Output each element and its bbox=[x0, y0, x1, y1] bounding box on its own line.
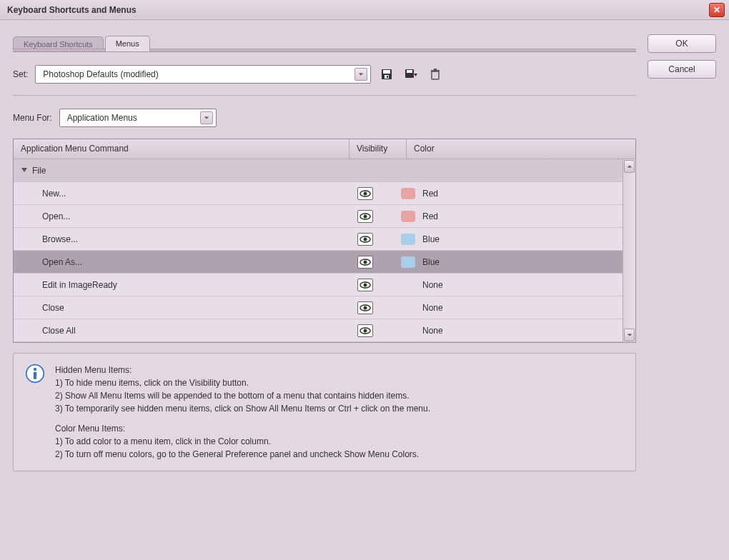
color-label: Red bbox=[422, 211, 438, 221]
scroll-track[interactable] bbox=[623, 174, 635, 328]
window-title: Keyboard Shortcuts and Menus bbox=[4, 5, 137, 15]
visibility-toggle[interactable] bbox=[357, 256, 373, 269]
cmd-cell: Open As... bbox=[14, 257, 337, 267]
color-swatch[interactable] bbox=[401, 211, 415, 222]
color-cell[interactable]: None bbox=[394, 326, 623, 336]
svg-point-22 bbox=[364, 329, 367, 332]
visibility-toggle[interactable] bbox=[357, 210, 373, 223]
caret-icon bbox=[200, 111, 213, 124]
cmd-cell: Open... bbox=[14, 211, 337, 221]
cmd-cell: Close bbox=[14, 303, 337, 313]
table-body: File New... Red Open... bbox=[14, 159, 635, 342]
table-header: Application Menu Command Visibility Colo… bbox=[14, 139, 635, 159]
close-icon: ✕ bbox=[713, 5, 720, 15]
cmd-cell: New... bbox=[14, 189, 337, 199]
table-row[interactable]: Edit in ImageReady None bbox=[14, 274, 635, 296]
visibility-toggle[interactable] bbox=[357, 324, 373, 337]
scroll-up[interactable] bbox=[624, 160, 635, 173]
set-label: Set: bbox=[13, 69, 28, 79]
group-row-file[interactable]: File bbox=[14, 159, 635, 182]
svg-rect-7 bbox=[431, 70, 440, 71]
ok-button[interactable]: OK bbox=[648, 34, 716, 53]
col-color[interactable]: Color bbox=[407, 139, 635, 159]
color-cell[interactable]: None bbox=[394, 303, 623, 313]
info-hidden-title: Hidden Menu Items: bbox=[55, 365, 132, 375]
titlebar: Keyboard Shortcuts and Menus ✕ bbox=[0, 0, 729, 20]
svg-rect-25 bbox=[34, 371, 36, 379]
group-label: File bbox=[32, 166, 46, 176]
visibility-toggle[interactable] bbox=[357, 233, 373, 246]
save-all-button[interactable] bbox=[402, 66, 420, 82]
floppy-icon bbox=[380, 68, 393, 81]
close-button[interactable]: ✕ bbox=[709, 3, 725, 17]
menu-for-value: Application Menus bbox=[67, 113, 137, 123]
color-swatch[interactable] bbox=[401, 188, 415, 199]
color-cell[interactable]: Red bbox=[394, 188, 623, 199]
info-color-2: 2) To turn off menu colors, go to the Ge… bbox=[55, 449, 419, 459]
cmd-cell: Close All bbox=[14, 326, 337, 336]
tab-menus[interactable]: Menus bbox=[105, 36, 150, 51]
info-color-1: 1) To add color to a menu item, click in… bbox=[55, 436, 271, 446]
svg-point-18 bbox=[364, 283, 367, 286]
col-command[interactable]: Application Menu Command bbox=[14, 139, 349, 159]
color-swatch[interactable] bbox=[401, 234, 415, 245]
svg-point-16 bbox=[364, 260, 367, 264]
scrollbar[interactable] bbox=[623, 159, 635, 342]
trash-icon bbox=[430, 68, 441, 81]
info-hidden-1: 1) To hide menu items, click on the Visi… bbox=[55, 378, 249, 388]
info-panel: Hidden Menu Items: 1) To hide menu items… bbox=[13, 353, 636, 471]
eye-icon bbox=[359, 304, 371, 311]
save-set-button[interactable] bbox=[378, 66, 395, 82]
eye-icon bbox=[359, 259, 371, 266]
info-hidden-3: 3) To temporarily see hidden menu items,… bbox=[55, 404, 430, 414]
color-label: Red bbox=[422, 189, 438, 199]
delete-set-button[interactable] bbox=[427, 66, 444, 82]
info-hidden-2: 2) Show All Menu Items will be appended … bbox=[55, 391, 410, 401]
svg-rect-8 bbox=[434, 69, 437, 70]
tab-row: Keyboard Shortcuts Menus bbox=[13, 34, 636, 51]
color-cell[interactable]: Blue bbox=[394, 256, 623, 268]
svg-point-10 bbox=[364, 191, 367, 195]
visibility-toggle[interactable] bbox=[357, 301, 373, 314]
svg-point-12 bbox=[364, 214, 367, 218]
eye-icon bbox=[359, 327, 371, 334]
svg-rect-6 bbox=[432, 71, 439, 79]
menu-table: Application Menu Command Visibility Colo… bbox=[13, 139, 636, 343]
color-label: Blue bbox=[422, 257, 440, 267]
divider bbox=[13, 95, 636, 96]
table-row[interactable]: Open... Red bbox=[14, 205, 635, 228]
color-swatch[interactable] bbox=[401, 256, 415, 268]
info-icon bbox=[25, 364, 45, 384]
cmd-cell: Browse... bbox=[14, 234, 337, 244]
table-row[interactable]: Open As... Blue bbox=[14, 251, 635, 274]
svg-rect-3 bbox=[387, 76, 388, 78]
set-select[interactable]: Photoshop Defaults (modified) bbox=[35, 65, 371, 84]
set-value: Photoshop Defaults (modified) bbox=[43, 69, 158, 79]
col-visibility[interactable]: Visibility bbox=[349, 139, 407, 159]
cancel-button[interactable]: Cancel bbox=[648, 60, 716, 79]
visibility-toggle[interactable] bbox=[357, 187, 373, 200]
table-row[interactable]: New... Red bbox=[14, 182, 635, 205]
color-cell[interactable]: Red bbox=[394, 211, 623, 222]
info-color-title: Color Menu Items: bbox=[55, 424, 125, 434]
color-cell[interactable]: Blue bbox=[394, 234, 623, 245]
color-label: None bbox=[422, 280, 443, 290]
visibility-toggle[interactable] bbox=[357, 279, 373, 291]
menu-for-select[interactable]: Application Menus bbox=[59, 109, 217, 127]
cmd-cell: Edit in ImageReady bbox=[14, 280, 337, 290]
color-cell[interactable]: None bbox=[394, 280, 623, 290]
eye-icon bbox=[359, 213, 371, 220]
table-row[interactable]: Close All None bbox=[14, 319, 635, 342]
info-text: Hidden Menu Items: 1) To hide menu items… bbox=[55, 364, 430, 461]
svg-rect-5 bbox=[407, 70, 412, 73]
menu-for-label: Menu For: bbox=[13, 113, 52, 123]
floppy-arrow-icon bbox=[404, 68, 418, 81]
eye-icon bbox=[359, 236, 371, 243]
scroll-down[interactable] bbox=[624, 329, 635, 341]
svg-point-14 bbox=[364, 237, 367, 241]
table-row[interactable]: Browse... Blue bbox=[14, 228, 635, 251]
eye-icon bbox=[359, 190, 371, 197]
caret-icon bbox=[354, 68, 367, 81]
table-row[interactable]: Close None bbox=[14, 296, 635, 319]
color-label: Blue bbox=[422, 234, 440, 244]
